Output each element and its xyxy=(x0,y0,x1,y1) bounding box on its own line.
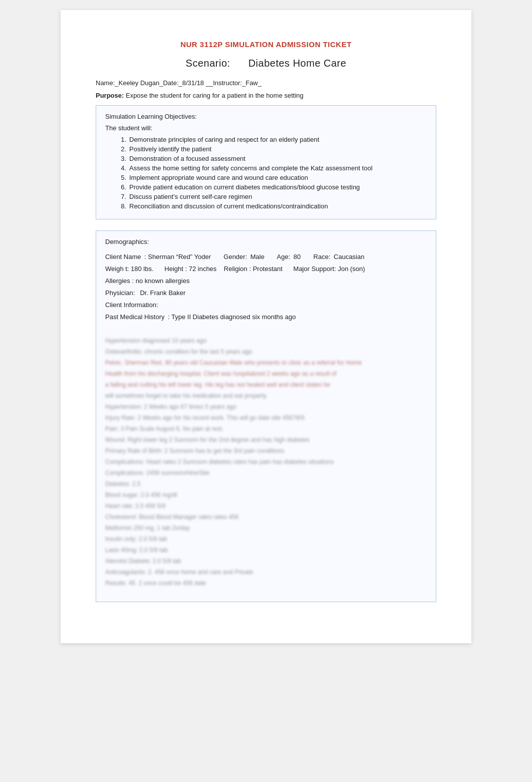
physician-value: Dr. Frank Baker xyxy=(140,289,185,297)
blurred-line-9: Wound: Right lower leg 2 Sunroom for the… xyxy=(105,435,427,444)
objective-item-4: 4.Assess the home setting for safety con… xyxy=(110,164,427,172)
allergies-row: Allergies : no known allergies xyxy=(105,276,427,287)
objective-item-2: 2.Positively identify the patient xyxy=(110,145,427,153)
main-title: NUR 3112P SIMULATION ADMISSION TICKET xyxy=(96,40,436,49)
blurred-line-0: Hypertension diagnosed 10 years ago xyxy=(105,336,427,345)
blurred-line-3: Health from his discharging hospital. Cl… xyxy=(105,369,427,378)
gender-label: Gender: xyxy=(223,253,250,260)
age-value: 80 xyxy=(294,253,301,260)
race-label: Race: xyxy=(314,253,334,260)
weight-row: Weigh t: 180 lbs. Height : 72 inches Rel… xyxy=(105,264,427,275)
demographics-box: Demographics: Client Name : Sherman “Red… xyxy=(96,230,436,602)
blurred-line-11: Complications: Heart rates 2 Sunroom dia… xyxy=(105,457,427,466)
blurred-line-12: Complications: 2456 sunroom/Hire/Site xyxy=(105,468,427,477)
blurred-line-17: Metformin 250 mg, 1 tab 2x/day xyxy=(105,524,427,533)
client-name-label: Client Name : xyxy=(105,253,148,260)
objective-item-5: 5.Implement appropriate wound care and w… xyxy=(110,174,427,181)
purpose-line: Purpose: Expose the student for caring f… xyxy=(96,92,436,99)
blurred-line-2: Pelvic: Sherman Red, 80 years old Caucas… xyxy=(105,358,427,367)
objectives-box: Simulation Learning Objectives: The stud… xyxy=(96,105,436,219)
blurred-line-1: Osteoarthritis: chronic condition for th… xyxy=(105,347,427,356)
objectives-header: Simulation Learning Objectives: xyxy=(105,113,427,120)
religion-value: Protestant xyxy=(253,265,283,273)
blurred-line-20: Atenolol Diabete: 2.0 5/9 tab xyxy=(105,557,427,566)
blurred-line-10: Primary Rate of Birth: 2 Sunroom has to … xyxy=(105,446,427,455)
blurred-line-15: Heart rate: 2.0 456 5/9 xyxy=(105,501,427,510)
blurred-line-22: Results: 45. 2 once could be 456 date xyxy=(105,579,427,588)
objective-item-7: 7.Discuss patient's current self-care re… xyxy=(110,193,427,200)
purpose-text: Expose the student for caring for a pati… xyxy=(124,92,303,99)
client-info-label: Client Information: xyxy=(105,301,158,309)
blurred-line-4: a falling and cutting his left lower leg… xyxy=(105,380,427,389)
allergies-label: Allergies : xyxy=(105,277,136,285)
age-label: Age: xyxy=(277,253,294,260)
client-name-row: Client Name : Sherman “Red” Yoder Gender… xyxy=(105,251,427,263)
height-label: Height : xyxy=(164,265,188,273)
client-info-row: Client Information: xyxy=(105,300,427,311)
objectives-list: 1.Demonstrate principles of caring and r… xyxy=(105,136,427,210)
gender-value: Male xyxy=(250,253,264,260)
objective-item-6: 6.Provide patient education on current d… xyxy=(110,183,427,191)
blurred-line-5: will sometimes forget to take his medica… xyxy=(105,391,427,400)
objective-item-1: 1.Demonstrate principles of caring and r… xyxy=(110,136,427,143)
blurred-line-13: Diabetes: 2.5 xyxy=(105,479,427,488)
client-name-value: Sherman “Red” Yoder xyxy=(148,253,211,260)
blurred-line-21: Anticoagulants: 2. 456 once home and car… xyxy=(105,568,427,577)
blurred-line-18: Insulin only: 2.0 5/8 tab xyxy=(105,535,427,544)
blurred-line-6: Hypertension: 2 Weeks ago 67 times 5 yea… xyxy=(105,402,427,411)
blurred-section: Hypertension diagnosed 10 years agoOsteo… xyxy=(105,331,427,595)
physician-label: Physician: xyxy=(105,289,140,297)
blurred-line-14: Blood sugar: 2.0 456 mg/dl xyxy=(105,490,427,499)
allergies-value: no known allergies xyxy=(136,277,190,285)
scenario-label: Scenario: xyxy=(186,58,230,69)
blurred-line-8: Pain: 3 Pain Scale August 6, No pain at … xyxy=(105,424,427,433)
demographics-header: Demographics: xyxy=(105,238,427,245)
religion-label: Religion : xyxy=(224,265,253,273)
blurred-line-7: Injury Rate: 2 Weeks ago for his recent … xyxy=(105,413,427,422)
scenario-value: Diabetes Home Care xyxy=(248,58,347,69)
race-value: Caucasian xyxy=(334,253,364,260)
support-label: Major Support: xyxy=(294,265,338,273)
purpose-label: Purpose: xyxy=(96,92,124,99)
weight-label: Weigh t: xyxy=(105,265,131,273)
student-will: The student will: xyxy=(105,124,427,132)
support-value: Jon (son) xyxy=(338,265,365,273)
weight-value: 180 lbs. xyxy=(131,265,154,273)
pmh-label: Past Medical History : xyxy=(105,313,171,321)
pmh-value: Type II Diabetes diagnosed six months ag… xyxy=(171,313,296,321)
physician-row: Physician: Dr. Frank Baker xyxy=(105,288,427,299)
pmh-row: Past Medical History : Type II Diabetes … xyxy=(105,312,427,323)
name-line: Name:_Keeley Dugan_Date:_8/31/18 __Instr… xyxy=(96,79,436,87)
document-page: NUR 3112P SIMULATION ADMISSION TICKET Sc… xyxy=(61,10,471,643)
height-value: 72 inches xyxy=(189,265,217,273)
objective-item-8: 8.Reconciliation and discussion of curre… xyxy=(110,202,427,210)
client-info-block: Client Name : Sherman “Red” Yoder Gender… xyxy=(105,251,427,595)
scenario-line: Scenario: Diabetes Home Care xyxy=(96,58,436,69)
blurred-line-16: Cholesterol: Blood Blood Manager rates r… xyxy=(105,512,427,522)
objective-item-3: 3.Demonstration of a focused assessment xyxy=(110,155,427,162)
blurred-line-19: Lasix 40mg: 2.0 5/9 tab xyxy=(105,546,427,555)
